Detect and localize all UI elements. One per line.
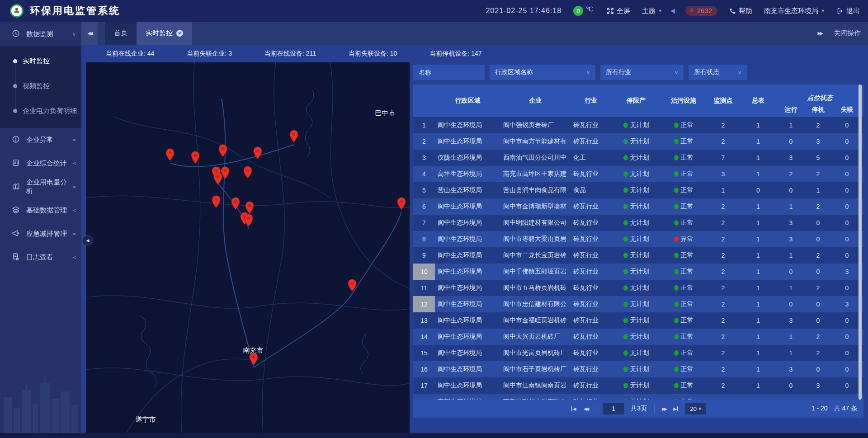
map-pin-7[interactable]	[213, 172, 223, 187]
table-row-17[interactable]: 17阆中生态环境局阆中市江南镇阆南页岩砖瓦行业无计划正常21030	[413, 377, 863, 394]
map-pin-13[interactable]	[244, 214, 254, 229]
table-row-10[interactable]: 10阆中生态环境局阆中千佛镇五郎垭页岩砖瓦行业无计划正常21003	[413, 264, 863, 280]
map-collapse-handle[interactable]: ◀	[82, 235, 93, 246]
sidebar-group-5[interactable]: 应急减排管理∨	[0, 222, 81, 245]
table-row-13[interactable]: 13阆中生态环境局阆中市金福旺页岩机砖砖瓦行业无计划正常21300	[413, 312, 863, 329]
tab-realtime-monitor[interactable]: 实时监控 ×	[137, 22, 192, 45]
cell-limit-status: 无计划	[611, 154, 661, 162]
org-dropdown[interactable]: 南充市生态环境局▼	[764, 7, 825, 15]
chevron-left-icon: ∨	[71, 232, 77, 235]
sidebar-item-2[interactable]: 企业电力负荷明细	[0, 99, 81, 123]
table-row-14[interactable]: 14阆中生态环境局阆中大兴页岩机砖厂砖瓦行业无计划正常21120	[413, 329, 863, 345]
map-pin-10[interactable]	[231, 197, 241, 212]
cell-monitor: 2	[706, 301, 740, 308]
table-row-8[interactable]: 8阆中生态环境局阆中市枣碧大梁山页岩砖瓦行业无计划异常21300	[413, 231, 863, 247]
cell-industry: 砖瓦行业	[571, 235, 611, 243]
close-operations-button[interactable]: 关闭操作	[834, 29, 861, 38]
datetime: 2021-02-25 17:46:18	[486, 7, 561, 15]
table-row-18[interactable]: 18南部生态环境局南部县砚华水泥有限公砖瓦行业无计划正常21030	[413, 394, 863, 400]
map-pin-14[interactable]	[397, 197, 406, 212]
tabs-scroll-right-button[interactable]: ▶▶	[818, 31, 822, 36]
fullscreen-button[interactable]: 全屏	[607, 7, 630, 15]
table-row-11[interactable]: 11阆中生态环境局阆中市五马桥页岩机砖砖瓦行业无计划正常21120	[413, 280, 863, 296]
alert-circle-icon	[12, 135, 20, 145]
cell-run: 3	[776, 154, 806, 161]
help-button[interactable]: 帮助	[729, 7, 752, 15]
status-dot-green	[623, 285, 628, 291]
sidebar-group-label: 应急减排管理	[26, 230, 67, 238]
cell-region: 阆中生态环境局	[435, 300, 500, 308]
facility-status-label: 正常	[681, 316, 693, 325]
limit-status-label: 无计划	[630, 154, 649, 162]
stat-item-3: 当前失联设备: 10	[349, 50, 397, 58]
main-content: 当前在线企业: 44当前失联企业: 3当前在线设备: 211当前失联设备: 10…	[81, 45, 868, 433]
logout-button[interactable]: 退出	[837, 7, 860, 15]
chevron-down-icon: ▼	[658, 9, 662, 13]
notification-badge[interactable]: 2632	[685, 6, 717, 16]
sidebar-group-2[interactable]: 企业综合统计∨	[0, 151, 81, 175]
facility-status-label: 正常	[681, 137, 693, 146]
facility-status-label: 正常	[681, 170, 693, 178]
cell-region: 阆中生态环境局	[435, 333, 500, 341]
mute-button[interactable]	[670, 8, 677, 14]
map-pin-9[interactable]	[212, 195, 221, 210]
table-row-1[interactable]: 1阆中生态环境局阆中强锐页岩砖厂砖瓦行业无计划正常21120	[413, 117, 863, 133]
cell-meter: 1	[740, 154, 776, 161]
sidebar-group-6[interactable]: 日志查看∨	[0, 245, 81, 269]
page-number-input[interactable]	[603, 403, 624, 414]
bell-icon	[689, 8, 695, 14]
tabs-scroll-left-button[interactable]: ◀◀	[81, 22, 98, 45]
region-select[interactable]: 行政区域名称∨	[490, 65, 595, 80]
table-row-4[interactable]: 4高坪生态环境局南充市高坪区王家店建砖瓦行业无计划正常31220	[413, 166, 863, 182]
table-row-2[interactable]: 2阆中生态环境局阆中市南方节能建材有砖瓦行业无计划正常21030	[413, 133, 863, 150]
sidebar-group-4[interactable]: 基础数据管理∨	[0, 198, 81, 222]
chevron-left-icon: ∨	[71, 255, 77, 259]
page-size-select[interactable]: 20∨	[685, 403, 706, 414]
map-panel[interactable]: 巴中市南充市遂宁市	[86, 62, 410, 433]
name-search-input[interactable]	[413, 65, 485, 80]
sidebar-group-0[interactable]: 数据监测∨	[0, 22, 81, 46]
tab-home[interactable]: 首页	[105, 22, 137, 45]
pagination-bar: ◀ ◀◀ 共3页 ▶▶ ▶ 20∨ 1 - 20 共 47 条	[413, 400, 863, 418]
table-row-3[interactable]: 3仪陇生态环境局西南油气田分公司川中化工无计划正常71350	[413, 150, 863, 166]
status-dot-green	[623, 122, 628, 128]
cell-facility-status: 正常	[661, 121, 706, 129]
map-pin-15[interactable]	[348, 279, 357, 294]
sidebar-item-1[interactable]: 视频监控	[0, 74, 81, 99]
status-select[interactable]: 所有状态∨	[689, 65, 747, 80]
sidebar-group-3[interactable]: 企业用电量分析∨	[0, 175, 81, 198]
industry-select[interactable]: 所有行业∨	[600, 65, 684, 80]
map-pin-4[interactable]	[289, 130, 299, 145]
map-pin-3[interactable]	[253, 146, 263, 161]
logout-icon	[837, 8, 844, 14]
map-pin-16[interactable]	[249, 353, 259, 367]
table-row-16[interactable]: 16阆中生态环境局阆中市石子页岩机砖厂砖瓦行业无计划正常21300	[413, 361, 863, 377]
map-pin-2[interactable]	[218, 144, 228, 159]
cell-company: 阆中市枣碧大梁山页岩	[500, 235, 571, 243]
map-pin-8[interactable]	[243, 166, 253, 181]
last-page-button[interactable]: ▶	[673, 406, 678, 411]
cell-industry: 砖瓦行业	[571, 365, 611, 373]
sidebar-group-1[interactable]: 企业异常∨	[0, 128, 81, 151]
table-scrollbar[interactable]	[859, 85, 862, 400]
table-row-6[interactable]: 6阆中生态环境局阆中市金博瑞新型墙材砖瓦行业无计划正常21120	[413, 198, 863, 215]
first-page-button[interactable]: ◀	[571, 406, 576, 411]
theme-dropdown[interactable]: 主题▼	[642, 7, 662, 15]
facility-status-label: 正常	[681, 121, 693, 129]
table-row-12[interactable]: 12阆中生态环境局阆中市忠信建材有限公砖瓦行业无计划正常21003	[413, 296, 863, 312]
prev-page-button[interactable]: ◀◀	[584, 406, 588, 411]
close-icon[interactable]: ×	[176, 30, 183, 37]
table-row-9[interactable]: 9阆中生态环境局阆中市二龙长宝页岩砖砖瓦行业无计划正常21120	[413, 247, 863, 264]
table-row-5[interactable]: 5营山生态环境局营山县润丰肉食品有限食品无计划正常10010	[413, 182, 863, 198]
map-pin-1[interactable]	[191, 151, 200, 166]
row-index: 7	[413, 215, 435, 231]
cell-run: 1	[776, 333, 806, 340]
sidebar-item-0[interactable]: 实时监控	[0, 49, 81, 74]
next-page-button[interactable]: ▶▶	[662, 406, 666, 411]
table-row-15[interactable]: 15阆中生态环境局阆中市光富页岩机砖厂砖瓦行业无计划正常21120	[413, 345, 863, 361]
cell-region: 南部生态环境局	[435, 398, 500, 400]
map-pin-0[interactable]	[165, 148, 175, 163]
cell-company: 阆中市金博瑞新型墙材	[500, 203, 571, 211]
facility-status-label: 正常	[681, 381, 693, 390]
table-row-7[interactable]: 7阆中生态环境局阆中明阳建材有限公司砖瓦行业无计划正常21300	[413, 215, 863, 231]
